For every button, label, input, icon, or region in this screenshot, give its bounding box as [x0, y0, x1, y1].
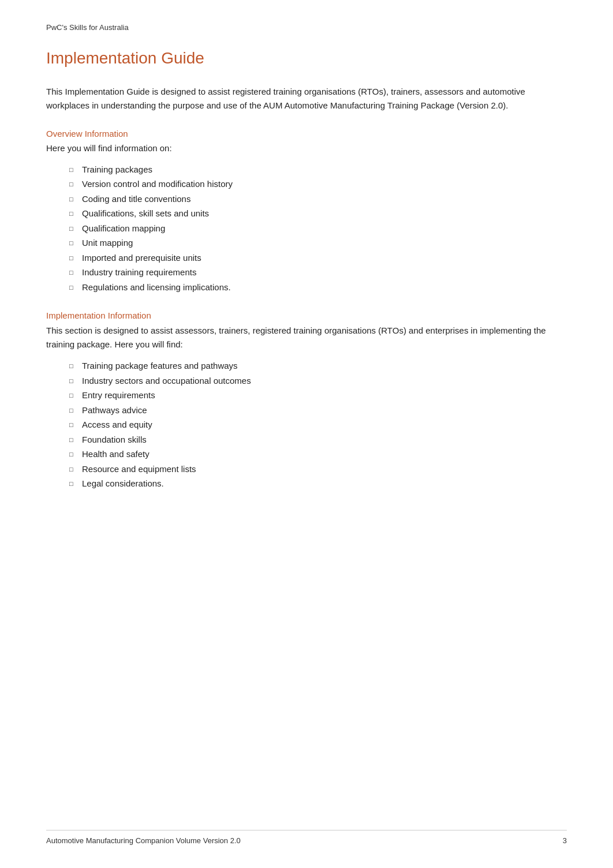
bullet-icon: □	[69, 223, 76, 234]
overview-list: □Training packages □Version control and …	[69, 162, 567, 295]
intro-paragraph: This Implementation Guide is designed to…	[46, 85, 567, 113]
page-wrapper: PwC's Skills for Australia Implementatio…	[0, 0, 613, 868]
list-item-text: Coding and title conventions	[82, 192, 190, 207]
list-item: □Industry training requirements	[69, 265, 567, 280]
bullet-icon: □	[69, 464, 76, 475]
list-item-text: Industry training requirements	[82, 265, 196, 280]
bullet-icon: □	[69, 208, 76, 219]
list-item: □Entry requirements	[69, 388, 567, 403]
bullet-icon: □	[69, 376, 76, 387]
list-item: □Training packages	[69, 162, 567, 177]
list-item-text: Access and equity	[82, 417, 152, 432]
list-item: □Qualification mapping	[69, 221, 567, 236]
bullet-icon: □	[69, 267, 76, 278]
list-item-text: Training packages	[82, 162, 152, 177]
footer-page-number: 3	[563, 836, 567, 845]
implementation-section: Implementation Information This section …	[46, 310, 567, 491]
list-item: □Industry sectors and occupational outco…	[69, 373, 567, 388]
page-footer: Automotive Manufacturing Companion Volum…	[46, 830, 567, 845]
bullet-icon: □	[69, 420, 76, 431]
bullet-icon: □	[69, 164, 76, 175]
list-item: □Health and safety	[69, 447, 567, 462]
bullet-icon: □	[69, 390, 76, 401]
list-item-text: Training package features and pathways	[82, 358, 238, 373]
list-item: □Coding and title conventions	[69, 192, 567, 207]
list-item-text: Industry sectors and occupational outcom…	[82, 373, 251, 388]
overview-section: Overview Information Here you will find …	[46, 129, 567, 294]
list-item-text: Imported and prerequisite units	[82, 250, 201, 265]
list-item-text: Qualifications, skill sets and units	[82, 206, 209, 221]
list-item: □Qualifications, skill sets and units	[69, 206, 567, 221]
list-item: □Legal considerations.	[69, 476, 567, 491]
list-item: □Regulations and licensing implications.	[69, 280, 567, 295]
list-item: □Access and equity	[69, 417, 567, 432]
overview-subtext: Here you will find information on:	[46, 142, 567, 155]
list-item: □Imported and prerequisite units	[69, 250, 567, 265]
list-item-text: Foundation skills	[82, 432, 147, 447]
list-item-text: Legal considerations.	[82, 476, 164, 491]
brand-text: PwC's Skills for Australia	[46, 23, 129, 32]
overview-heading: Overview Information	[46, 129, 567, 139]
list-item-text: Entry requirements	[82, 388, 155, 403]
footer-left-text: Automotive Manufacturing Companion Volum…	[46, 836, 241, 845]
bullet-icon: □	[69, 194, 76, 205]
list-item-text: Health and safety	[82, 447, 149, 462]
list-item: □Foundation skills	[69, 432, 567, 447]
bullet-icon: □	[69, 478, 76, 489]
list-item: □Resource and equipment lists	[69, 462, 567, 477]
bullet-icon: □	[69, 449, 76, 460]
list-item: □Version control and modification histor…	[69, 177, 567, 192]
bullet-icon: □	[69, 361, 76, 372]
list-item-text: Qualification mapping	[82, 221, 165, 236]
page-title: Implementation Guide	[46, 49, 567, 68]
bullet-icon: □	[69, 179, 76, 190]
bullet-icon: □	[69, 253, 76, 264]
list-item: □Unit mapping	[69, 235, 567, 250]
list-item-text: Version control and modification history	[82, 177, 233, 192]
implementation-intro: This section is designed to assist asses…	[46, 324, 567, 351]
bullet-icon: □	[69, 405, 76, 416]
bullet-icon: □	[69, 435, 76, 446]
list-item-text: Regulations and licensing implications.	[82, 280, 231, 295]
list-item: □Training package features and pathways	[69, 358, 567, 373]
list-item-text: Resource and equipment lists	[82, 462, 196, 477]
bullet-icon: □	[69, 282, 76, 293]
list-item-text: Unit mapping	[82, 235, 133, 250]
bullet-icon: □	[69, 238, 76, 249]
implementation-heading: Implementation Information	[46, 310, 567, 320]
header-brand: PwC's Skills for Australia	[46, 23, 567, 32]
list-item-text: Pathways advice	[82, 403, 147, 418]
implementation-list: □Training package features and pathways …	[69, 358, 567, 491]
list-item: □Pathways advice	[69, 403, 567, 418]
